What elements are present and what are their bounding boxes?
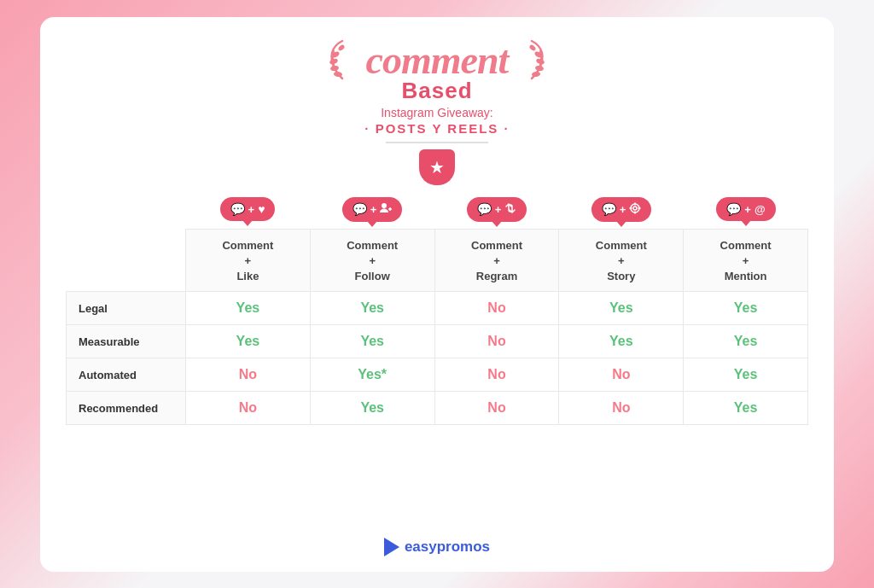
header-mention: Comment+Mention	[684, 229, 808, 292]
val-legal-mention: Yes	[684, 292, 808, 325]
follow-icon	[380, 202, 392, 217]
plus-icon-3: +	[495, 203, 502, 216]
subtitle: Instagram Giveaway:	[381, 106, 493, 119]
val-automated-follow: Yes*	[310, 358, 434, 392]
comment-icon-4: 💬	[602, 202, 616, 216]
val-automated-mention: Yes	[684, 358, 808, 392]
val-legal-regram: No	[434, 292, 559, 325]
header-follow: Comment+Follow	[310, 229, 434, 292]
val-recommended-follow: Yes	[310, 392, 434, 425]
icon-cell-story: 💬 +	[559, 197, 684, 229]
comment-icon-3: 💬	[477, 202, 492, 216]
comment-icon-1: 💬	[230, 202, 245, 216]
val-legal-follow: Yes	[310, 292, 434, 325]
svg-point-7	[535, 65, 545, 72]
val-measurable-story: Yes	[559, 325, 684, 358]
laurel-left-icon	[327, 38, 358, 82]
val-legal-like: Yes	[186, 292, 311, 325]
val-recommended-regram: No	[434, 392, 559, 425]
table-row: Legal Yes Yes No Yes Yes	[67, 292, 808, 325]
icon-cell-mention: 💬 + @	[684, 197, 808, 229]
row-label-automated: Automated	[67, 358, 186, 392]
val-recommended-like: No	[186, 392, 311, 425]
svg-point-10	[382, 203, 387, 208]
title-comment: comment	[366, 38, 509, 83]
icon-badge-mention: 💬 + @	[716, 197, 775, 221]
plus-icon-5: +	[744, 203, 751, 216]
laurel-right-icon	[516, 38, 547, 82]
val-automated-like: No	[186, 358, 311, 392]
header-story: Comment+Story	[559, 229, 684, 292]
svg-point-14	[633, 207, 637, 210]
story-icon	[629, 202, 641, 217]
val-legal-story: Yes	[559, 292, 684, 325]
header-like: Comment+Like	[186, 229, 311, 292]
main-card: comment Based Instagram Giveaway: · POST…	[40, 17, 834, 572]
comparison-table: Comment+Like Comment+Follow Comment+Regr…	[66, 229, 808, 426]
table-row: Measurable Yes Yes No Yes Yes	[67, 325, 808, 358]
icon-badge-regram: 💬 +	[467, 197, 527, 222]
comment-icon-5: 💬	[726, 202, 741, 216]
shield-star-icon: ★	[419, 149, 455, 185]
val-recommended-story: No	[559, 392, 684, 425]
table-row: Automated No Yes* No No Yes	[67, 358, 808, 392]
logo-triangle-icon	[384, 538, 399, 556]
svg-point-4	[337, 44, 345, 52]
regram-icon	[504, 202, 516, 217]
val-automated-story: No	[559, 358, 684, 392]
comment-icon-2: 💬	[353, 202, 367, 216]
val-recommended-mention: Yes	[684, 392, 808, 425]
like-icon: ♥	[258, 202, 265, 216]
title-row: comment	[327, 38, 548, 83]
val-measurable-mention: Yes	[684, 325, 808, 358]
easypromos-logo: easypromos	[384, 538, 490, 556]
plus-icon-2: +	[370, 203, 377, 216]
header-empty	[67, 229, 186, 292]
row-label-legal: Legal	[67, 292, 186, 325]
icon-badge-like: 💬 + ♥	[220, 197, 276, 221]
header-regram: Comment+Regram	[434, 229, 559, 292]
posts-reels: · POSTS Y REELS ·	[364, 121, 509, 136]
val-measurable-follow: Yes	[310, 325, 434, 358]
footer: easypromos	[384, 538, 490, 556]
plus-icon-1: +	[248, 203, 255, 216]
row-label-measurable: Measurable	[67, 325, 186, 358]
val-measurable-regram: No	[434, 325, 559, 358]
val-automated-regram: No	[434, 358, 559, 392]
table-row: Recommended No Yes No No Yes	[67, 392, 808, 425]
icon-badge-story: 💬 +	[591, 197, 652, 222]
svg-point-2	[329, 65, 339, 72]
icon-row: 💬 + ♥ 💬 + 💬 +	[185, 197, 808, 229]
row-label-recommended: Recommended	[67, 392, 186, 425]
table-section: 💬 + ♥ 💬 + 💬 +	[66, 197, 808, 527]
logo-text: easypromos	[405, 539, 490, 556]
mention-icon: @	[755, 203, 766, 216]
val-measurable-like: Yes	[186, 325, 311, 358]
plus-icon-4: +	[620, 203, 626, 216]
icon-cell-like: 💬 + ♥	[185, 197, 310, 229]
icon-badge-follow: 💬 +	[342, 197, 403, 222]
icon-cell-follow: 💬 +	[310, 197, 434, 229]
svg-point-9	[529, 44, 537, 52]
icon-cell-regram: 💬 +	[434, 197, 559, 229]
header: comment Based Instagram Giveaway: · POST…	[327, 38, 548, 185]
separator-line	[386, 139, 488, 146]
title-based: Based	[401, 78, 472, 104]
